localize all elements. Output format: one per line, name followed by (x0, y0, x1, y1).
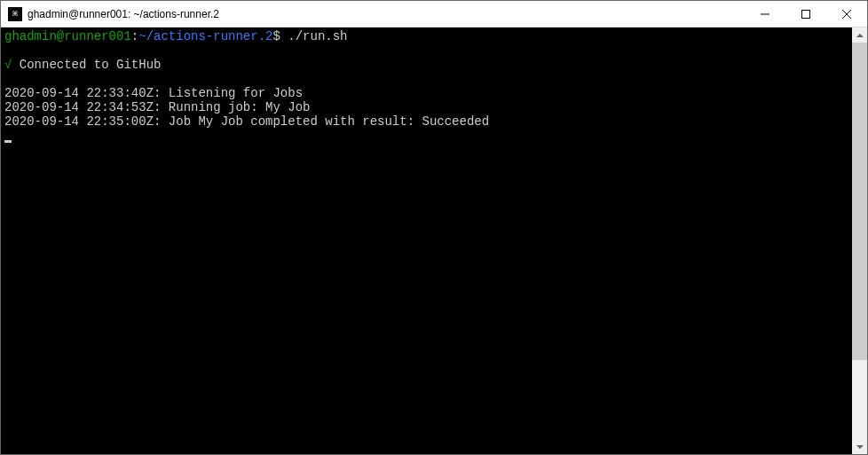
scroll-up-button[interactable] (852, 27, 867, 43)
prompt-colon: : (131, 29, 138, 43)
minimize-button[interactable] (745, 1, 785, 27)
log-line: 2020-09-14 22:34:53Z: Running job: My Jo… (4, 100, 310, 114)
prompt-dollar: $ (272, 29, 280, 43)
maximize-icon (801, 10, 810, 19)
close-button[interactable] (826, 1, 867, 27)
minimize-icon (761, 10, 769, 19)
terminal-content[interactable]: ghadmin@runner001:~/actions-runner.2$ ./… (1, 27, 852, 454)
connected-text: Connected to GitHub (12, 58, 161, 72)
log-line: 2020-09-14 22:35:00Z: Job My Job complet… (4, 114, 489, 129)
command-text: ./run.sh (288, 29, 347, 43)
terminal-app-icon (8, 7, 22, 21)
maximize-button[interactable] (785, 1, 826, 27)
scroll-down-button[interactable] (852, 439, 867, 454)
cursor (4, 140, 12, 143)
svg-rect-1 (802, 10, 810, 18)
close-icon (842, 10, 851, 19)
terminal-wrapper: ghadmin@runner001:~/actions-runner.2$ ./… (1, 27, 867, 454)
scrollbar[interactable] (852, 27, 867, 454)
prompt-user-host: ghadmin@runner001 (4, 29, 131, 43)
window-controls (745, 1, 867, 27)
scrollbar-track[interactable] (852, 43, 867, 439)
blank-line (4, 72, 848, 86)
prompt-path: ~/actions-runner.2 (138, 29, 272, 43)
window-title: ghadmin@runner001: ~/actions-runner.2 (28, 8, 745, 20)
scrollbar-thumb[interactable] (852, 43, 867, 360)
chevron-down-icon (856, 445, 864, 449)
blank-line (4, 43, 848, 58)
titlebar: ghadmin@runner001: ~/actions-runner.2 (1, 1, 867, 27)
chevron-up-icon (856, 34, 864, 37)
log-line: 2020-09-14 22:33:40Z: Listening for Jobs (4, 86, 303, 100)
